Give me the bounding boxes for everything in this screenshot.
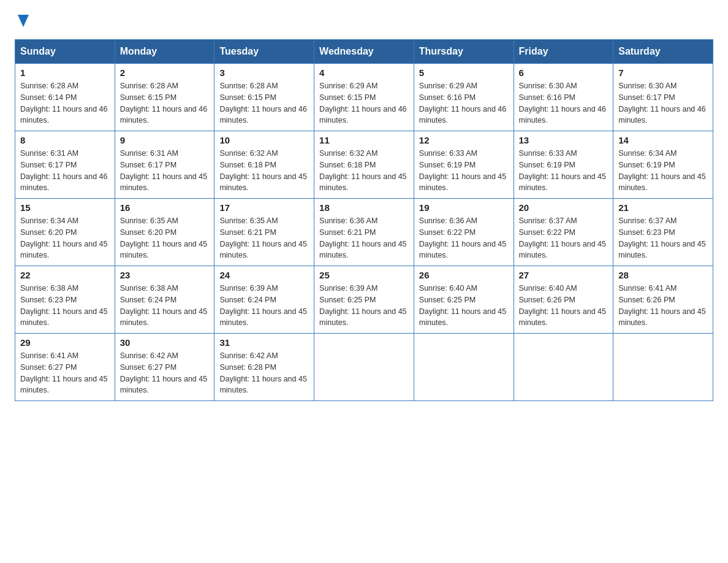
calendar-header-monday: Monday [115, 40, 214, 64]
day-info: Sunrise: 6:28 AMSunset: 6:14 PMDaylight:… [20, 80, 110, 126]
calendar-cell: 15 Sunrise: 6:34 AMSunset: 6:20 PMDaylig… [15, 199, 115, 266]
calendar-header-tuesday: Tuesday [214, 40, 314, 64]
day-number: 26 [419, 270, 509, 280]
calendar-header-wednesday: Wednesday [314, 40, 414, 64]
day-number: 5 [419, 67, 509, 78]
calendar-cell: 29 Sunrise: 6:41 AMSunset: 6:27 PMDaylig… [15, 334, 115, 401]
calendar-cell: 4 Sunrise: 6:29 AMSunset: 6:15 PMDayligh… [314, 64, 414, 131]
calendar-cell: 27 Sunrise: 6:40 AMSunset: 6:26 PMDaylig… [514, 266, 613, 334]
calendar-cell: 9 Sunrise: 6:31 AMSunset: 6:17 PMDayligh… [115, 131, 214, 199]
day-number: 15 [20, 202, 110, 213]
day-number: 8 [20, 135, 110, 145]
day-number: 13 [519, 135, 609, 145]
day-number: 11 [319, 135, 409, 145]
day-info: Sunrise: 6:42 AMSunset: 6:28 PMDaylight:… [219, 350, 309, 396]
day-info: Sunrise: 6:37 AMSunset: 6:22 PMDaylight:… [519, 215, 609, 261]
day-info: Sunrise: 6:38 AMSunset: 6:24 PMDaylight:… [120, 283, 210, 329]
day-number: 1 [20, 67, 110, 78]
day-number: 29 [20, 337, 110, 348]
day-number: 16 [120, 202, 210, 213]
day-number: 17 [219, 202, 309, 213]
day-info: Sunrise: 6:35 AMSunset: 6:20 PMDaylight:… [120, 215, 210, 261]
calendar-cell: 22 Sunrise: 6:38 AMSunset: 6:23 PMDaylig… [15, 266, 115, 334]
day-info: Sunrise: 6:29 AMSunset: 6:16 PMDaylight:… [419, 80, 509, 126]
day-info: Sunrise: 6:42 AMSunset: 6:27 PMDaylight:… [120, 350, 210, 396]
day-info: Sunrise: 6:31 AMSunset: 6:17 PMDaylight:… [120, 148, 210, 194]
day-info: Sunrise: 6:40 AMSunset: 6:26 PMDaylight:… [519, 283, 609, 329]
day-number: 6 [519, 67, 609, 78]
day-number: 31 [219, 337, 309, 348]
day-info: Sunrise: 6:34 AMSunset: 6:20 PMDaylight:… [20, 215, 110, 261]
calendar-week-row: 1 Sunrise: 6:28 AMSunset: 6:14 PMDayligh… [15, 64, 713, 131]
day-number: 12 [419, 135, 509, 145]
calendar-week-row: 15 Sunrise: 6:34 AMSunset: 6:20 PMDaylig… [15, 199, 713, 266]
day-number: 10 [219, 135, 309, 145]
day-info: Sunrise: 6:32 AMSunset: 6:18 PMDaylight:… [319, 148, 409, 194]
logo [15, 15, 29, 29]
day-info: Sunrise: 6:30 AMSunset: 6:17 PMDaylight:… [618, 80, 708, 126]
day-info: Sunrise: 6:30 AMSunset: 6:16 PMDaylight:… [519, 80, 609, 126]
calendar-cell: 5 Sunrise: 6:29 AMSunset: 6:16 PMDayligh… [414, 64, 514, 131]
day-number: 3 [219, 67, 309, 78]
calendar-cell [514, 334, 613, 401]
calendar-cell: 18 Sunrise: 6:36 AMSunset: 6:21 PMDaylig… [314, 199, 414, 266]
calendar-cell: 23 Sunrise: 6:38 AMSunset: 6:24 PMDaylig… [115, 266, 214, 334]
day-info: Sunrise: 6:32 AMSunset: 6:18 PMDaylight:… [219, 148, 309, 194]
calendar-table: SundayMondayTuesdayWednesdayThursdayFrid… [15, 39, 713, 401]
calendar-cell: 24 Sunrise: 6:39 AMSunset: 6:24 PMDaylig… [214, 266, 314, 334]
day-info: Sunrise: 6:31 AMSunset: 6:17 PMDaylight:… [20, 148, 110, 194]
calendar-cell: 1 Sunrise: 6:28 AMSunset: 6:14 PMDayligh… [15, 64, 115, 131]
day-number: 23 [120, 270, 210, 280]
day-number: 14 [618, 135, 708, 145]
calendar-cell: 26 Sunrise: 6:40 AMSunset: 6:25 PMDaylig… [414, 266, 514, 334]
calendar-cell [314, 334, 414, 401]
calendar-cell: 2 Sunrise: 6:28 AMSunset: 6:15 PMDayligh… [115, 64, 214, 131]
calendar-cell: 12 Sunrise: 6:33 AMSunset: 6:19 PMDaylig… [414, 131, 514, 199]
day-number: 24 [219, 270, 309, 280]
day-number: 28 [618, 270, 708, 280]
calendar-cell: 28 Sunrise: 6:41 AMSunset: 6:26 PMDaylig… [613, 266, 713, 334]
day-number: 18 [319, 202, 409, 213]
calendar-cell: 25 Sunrise: 6:39 AMSunset: 6:25 PMDaylig… [314, 266, 414, 334]
day-number: 22 [20, 270, 110, 280]
day-info: Sunrise: 6:35 AMSunset: 6:21 PMDaylight:… [219, 215, 309, 261]
calendar-cell: 13 Sunrise: 6:33 AMSunset: 6:19 PMDaylig… [514, 131, 613, 199]
calendar-header-sunday: Sunday [15, 40, 115, 64]
day-number: 25 [319, 270, 409, 280]
page-header [15, 15, 713, 29]
calendar-cell: 31 Sunrise: 6:42 AMSunset: 6:28 PMDaylig… [214, 334, 314, 401]
calendar-cell: 8 Sunrise: 6:31 AMSunset: 6:17 PMDayligh… [15, 131, 115, 199]
calendar-cell: 21 Sunrise: 6:37 AMSunset: 6:23 PMDaylig… [613, 199, 713, 266]
day-info: Sunrise: 6:28 AMSunset: 6:15 PMDaylight:… [120, 80, 210, 126]
calendar-header-saturday: Saturday [613, 40, 713, 64]
day-number: 21 [618, 202, 708, 213]
day-number: 19 [419, 202, 509, 213]
day-info: Sunrise: 6:39 AMSunset: 6:25 PMDaylight:… [319, 283, 409, 329]
day-info: Sunrise: 6:39 AMSunset: 6:24 PMDaylight:… [219, 283, 309, 329]
calendar-cell: 3 Sunrise: 6:28 AMSunset: 6:15 PMDayligh… [214, 64, 314, 131]
day-info: Sunrise: 6:28 AMSunset: 6:15 PMDaylight:… [219, 80, 309, 126]
calendar-cell: 10 Sunrise: 6:32 AMSunset: 6:18 PMDaylig… [214, 131, 314, 199]
calendar-header-thursday: Thursday [414, 40, 514, 64]
calendar-cell: 7 Sunrise: 6:30 AMSunset: 6:17 PMDayligh… [613, 64, 713, 131]
calendar-week-row: 22 Sunrise: 6:38 AMSunset: 6:23 PMDaylig… [15, 266, 713, 334]
day-info: Sunrise: 6:33 AMSunset: 6:19 PMDaylight:… [519, 148, 609, 194]
day-info: Sunrise: 6:37 AMSunset: 6:23 PMDaylight:… [618, 215, 708, 261]
day-info: Sunrise: 6:41 AMSunset: 6:27 PMDaylight:… [20, 350, 110, 396]
day-number: 4 [319, 67, 409, 78]
day-info: Sunrise: 6:40 AMSunset: 6:25 PMDaylight:… [419, 283, 509, 329]
day-number: 7 [618, 67, 708, 78]
day-info: Sunrise: 6:41 AMSunset: 6:26 PMDaylight:… [618, 283, 708, 329]
calendar-cell: 30 Sunrise: 6:42 AMSunset: 6:27 PMDaylig… [115, 334, 214, 401]
calendar-cell: 16 Sunrise: 6:35 AMSunset: 6:20 PMDaylig… [115, 199, 214, 266]
day-number: 30 [120, 337, 210, 348]
calendar-cell [414, 334, 514, 401]
day-number: 27 [519, 270, 609, 280]
logo-arrow-icon [18, 15, 29, 29]
day-info: Sunrise: 6:36 AMSunset: 6:22 PMDaylight:… [419, 215, 509, 261]
day-info: Sunrise: 6:33 AMSunset: 6:19 PMDaylight:… [419, 148, 509, 194]
calendar-header-friday: Friday [514, 40, 613, 64]
calendar-week-row: 8 Sunrise: 6:31 AMSunset: 6:17 PMDayligh… [15, 131, 713, 199]
day-number: 9 [120, 135, 210, 145]
day-info: Sunrise: 6:34 AMSunset: 6:19 PMDaylight:… [618, 148, 708, 194]
